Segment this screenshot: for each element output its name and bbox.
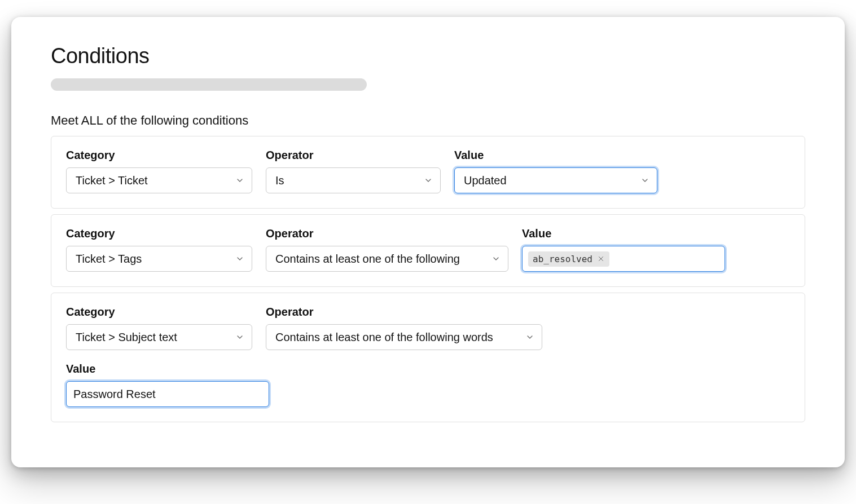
operator-select[interactable]: Contains at least one of the following w… (266, 324, 542, 350)
chevron-down-icon (235, 254, 245, 264)
operator-label: Operator (266, 306, 542, 319)
operator-value: Contains at least one of the following (275, 253, 460, 266)
category-select[interactable]: Ticket > Subject text (66, 324, 252, 350)
value-select[interactable]: Updated (454, 167, 657, 193)
value-select-text: Updated (464, 174, 507, 187)
chevron-down-icon (640, 175, 650, 185)
operator-select[interactable]: Contains at least one of the following (266, 246, 508, 272)
category-select[interactable]: Ticket > Ticket (66, 167, 252, 193)
category-label: Category (66, 227, 252, 240)
category-value: Ticket > Subject text (76, 331, 177, 344)
operator-label: Operator (266, 149, 441, 162)
condition-row: Category Ticket > Subject text Operator … (51, 293, 805, 422)
page-title: Conditions (51, 44, 805, 68)
category-label: Category (66, 149, 252, 162)
operator-select[interactable]: Is (266, 167, 441, 193)
category-value: Ticket > Ticket (76, 174, 148, 187)
tag-chip: ab_resolved (528, 251, 609, 267)
tag-text: ab_resolved (533, 254, 592, 264)
match-all-label: Meet ALL of the following conditions (51, 113, 805, 128)
chevron-down-icon (491, 254, 501, 264)
value-label: Value (522, 227, 725, 240)
value-label: Value (454, 149, 657, 162)
category-value: Ticket > Tags (76, 253, 142, 266)
category-select[interactable]: Ticket > Tags (66, 246, 252, 272)
condition-row: Category Ticket > Tags Operator Contains… (51, 214, 805, 287)
value-text-input[interactable]: Password Reset (66, 381, 269, 407)
chevron-down-icon (235, 175, 245, 185)
description-placeholder (51, 78, 367, 91)
value-tags-input[interactable]: ab_resolved (522, 246, 725, 272)
conditions-card: Conditions Meet ALL of the following con… (11, 17, 845, 467)
operator-value: Is (275, 174, 284, 187)
value-label: Value (66, 362, 269, 375)
chevron-down-icon (235, 332, 245, 342)
value-text: Password Reset (73, 388, 156, 401)
remove-tag-icon[interactable] (597, 255, 605, 263)
operator-value: Contains at least one of the following w… (275, 331, 493, 344)
chevron-down-icon (525, 332, 535, 342)
operator-label: Operator (266, 227, 508, 240)
category-label: Category (66, 306, 252, 319)
chevron-down-icon (423, 175, 433, 185)
condition-row: Category Ticket > Ticket Operator Is (51, 136, 805, 209)
